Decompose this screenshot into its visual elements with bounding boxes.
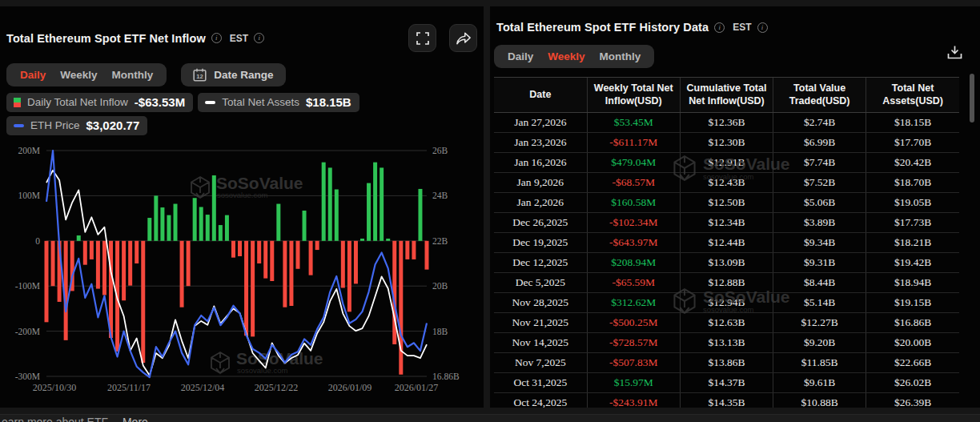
table-row[interactable]: Jan 27,2026$53.45M$12.36B$2.74B$18.15B bbox=[494, 112, 959, 132]
inflow-bar[interactable] bbox=[174, 204, 178, 241]
inflow-bar[interactable] bbox=[122, 241, 126, 300]
tab-monthly[interactable]: Monthly bbox=[105, 67, 161, 82]
table-row[interactable]: Jan 2,2026$160.58M$12.50B$5.06B$19.05B bbox=[494, 192, 959, 212]
inflow-bar[interactable] bbox=[309, 241, 313, 275]
inflow-bar[interactable] bbox=[51, 241, 55, 286]
right-axis-tick: 18B bbox=[432, 327, 448, 336]
inflow-bar[interactable] bbox=[225, 215, 229, 241]
table-row[interactable]: Nov 21,2025-$500.25M$12.63B$12.27B$16.86… bbox=[494, 312, 959, 332]
bottom-banner[interactable]: earn more about ETF More bbox=[0, 414, 980, 422]
inflow-bar[interactable] bbox=[399, 241, 403, 375]
inflow-bar[interactable] bbox=[386, 239, 390, 241]
tab-monthly[interactable]: Monthly bbox=[592, 49, 649, 64]
inflow-bar[interactable] bbox=[90, 241, 94, 259]
inflow-bar[interactable] bbox=[412, 241, 416, 259]
table-row[interactable]: Oct 31,2025$15.97M$14.37B$9.61B$26.02B bbox=[494, 372, 959, 392]
inflow-bar[interactable] bbox=[180, 241, 184, 307]
inflow-bar[interactable] bbox=[295, 241, 299, 269]
inflow-bar[interactable] bbox=[238, 241, 242, 256]
inflow-bar[interactable] bbox=[45, 241, 49, 323]
inflow-bar[interactable] bbox=[231, 241, 235, 258]
table-row[interactable]: Jan 23,2026-$611.17M$12.30B$6.99B$17.70B bbox=[494, 132, 959, 152]
inflow-bar[interactable] bbox=[373, 163, 377, 241]
table-row[interactable]: Nov 7,2025-$507.83M$13.86B$11.85B$22.66B bbox=[494, 352, 959, 372]
cell-date: Nov 7,2025 bbox=[494, 352, 587, 372]
inflow-bar[interactable] bbox=[251, 241, 255, 337]
info-icon[interactable]: i bbox=[211, 33, 222, 43]
inflow-bar[interactable] bbox=[193, 198, 197, 241]
legend-chip-daily-total-net-inflow[interactable]: Daily Total Net Inflow-$63.53M bbox=[6, 93, 193, 112]
tab-daily[interactable]: Daily bbox=[13, 67, 53, 82]
history-table: DateWeekly Total Net Inflow(USD)Cumulati… bbox=[494, 77, 959, 408]
inflow-bar[interactable] bbox=[367, 183, 371, 241]
inflow-bar[interactable] bbox=[405, 241, 409, 259]
legend-chip-eth-price[interactable]: ETH Price$3,020.77 bbox=[6, 116, 147, 135]
date-range-button[interactable]: 12 Date Range bbox=[181, 63, 285, 86]
inflow-bar[interactable] bbox=[77, 235, 81, 241]
inflow-bar[interactable] bbox=[270, 241, 274, 281]
table-controls: DailyWeeklyMonthly bbox=[490, 34, 980, 68]
inflow-bar[interactable] bbox=[141, 241, 145, 363]
inflow-bar[interactable] bbox=[219, 225, 223, 241]
inflow-bar[interactable] bbox=[263, 241, 267, 279]
inflow-bar[interactable] bbox=[154, 195, 158, 240]
inflow-bar[interactable] bbox=[135, 241, 139, 263]
cell-date: Jan 9,2026 bbox=[494, 172, 587, 192]
tab-weekly[interactable]: Weekly bbox=[53, 67, 104, 82]
inflow-bar[interactable] bbox=[206, 215, 210, 241]
inflow-bar[interactable] bbox=[187, 241, 191, 286]
table-row[interactable]: Jan 16,2026$479.04M$12.91B$7.74B$20.42B bbox=[494, 152, 959, 172]
tab-daily[interactable]: Daily bbox=[500, 49, 540, 64]
fullscreen-button[interactable] bbox=[408, 24, 436, 52]
info-icon[interactable]: i bbox=[757, 22, 768, 33]
inflow-bar[interactable] bbox=[276, 204, 280, 241]
inflow-bar[interactable] bbox=[425, 241, 429, 270]
table-row[interactable]: Dec 19,2025-$643.97M$12.44B$9.34B$18.21B bbox=[494, 232, 959, 252]
table-row[interactable]: Dec 5,2025-$65.59M$12.88B$8.44B$18.94B bbox=[494, 272, 959, 292]
table-row[interactable]: Dec 26,2025-$102.34M$12.34B$3.89B$17.73B bbox=[494, 212, 959, 232]
cell-date: Dec 26,2025 bbox=[494, 212, 587, 232]
inflow-bar[interactable] bbox=[322, 163, 326, 241]
info-icon[interactable]: i bbox=[254, 33, 264, 43]
inflow-bar[interactable] bbox=[347, 241, 351, 312]
table-scrollbar[interactable] bbox=[970, 74, 974, 123]
inflow-bar[interactable] bbox=[360, 239, 364, 241]
inflow-bar[interactable] bbox=[160, 207, 164, 241]
chart-panel-header: Total Ethereum Spot ETF Net Inflow i EST… bbox=[0, 6, 484, 52]
inflow-bar[interactable] bbox=[128, 241, 132, 286]
inflow-bar[interactable] bbox=[289, 241, 293, 306]
inflow-bar[interactable] bbox=[96, 241, 100, 289]
table-row[interactable]: Oct 24,2025-$243.91M$14.35B$10.88B$26.39… bbox=[494, 392, 959, 408]
inflow-bar[interactable] bbox=[315, 241, 319, 250]
inflow-bar[interactable] bbox=[380, 167, 384, 240]
inflow-bar[interactable] bbox=[328, 167, 332, 240]
table-panel-header: Total Ethereum Spot ETF History Data i E… bbox=[490, 6, 980, 34]
inflow-bar[interactable] bbox=[212, 175, 216, 241]
inflow-bar[interactable] bbox=[283, 241, 287, 307]
inflow-bar[interactable] bbox=[83, 241, 87, 265]
table-row[interactable]: Nov 28,2025$312.62M$12.94B$5.14B$19.15B bbox=[494, 292, 959, 312]
tab-weekly[interactable]: Weekly bbox=[540, 49, 592, 64]
inflow-bar[interactable] bbox=[199, 207, 203, 241]
inflow-bar[interactable] bbox=[147, 218, 151, 241]
banner-more-link[interactable]: More bbox=[122, 416, 148, 422]
inflow-bar[interactable] bbox=[418, 189, 422, 241]
inflow-bar[interactable] bbox=[341, 241, 345, 288]
cell-assets: $22.66B bbox=[866, 352, 959, 372]
inflow-bar[interactable] bbox=[167, 215, 171, 241]
share-button[interactable] bbox=[449, 24, 477, 52]
etf-netflow-chart[interactable]: 200M26B100M24B022B-100M20B-200M18B-300M1… bbox=[0, 139, 484, 397]
table-row[interactable]: Dec 12,2025$208.94M$13.09B$9.31B$19.42B bbox=[494, 252, 959, 272]
table-row[interactable]: Nov 14,2025-$728.57M$13.13B$9.20B$20.00B bbox=[494, 332, 959, 352]
inflow-bar[interactable] bbox=[102, 241, 106, 295]
inflow-bar[interactable] bbox=[335, 190, 339, 241]
inflow-bar[interactable] bbox=[303, 211, 307, 241]
inflow-bar[interactable] bbox=[244, 241, 248, 336]
inflow-bar[interactable] bbox=[354, 241, 358, 284]
table-row[interactable]: Jan 9,2026-$68.57M$12.43B$7.52B$18.70B bbox=[494, 172, 959, 192]
svg-text:sosovalue.com: sosovalue.com bbox=[217, 191, 267, 199]
info-icon[interactable]: i bbox=[714, 22, 725, 33]
download-button[interactable] bbox=[947, 45, 962, 63]
legend-chip-total-net-assets[interactable]: Total Net Assets$18.15B bbox=[198, 93, 359, 112]
inflow-bar[interactable] bbox=[257, 241, 261, 263]
